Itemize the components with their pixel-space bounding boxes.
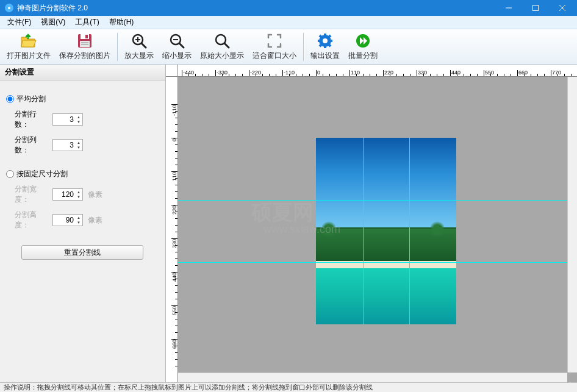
width-down[interactable]: ▼ — [76, 194, 81, 199]
ruler-tick: -440 — [182, 70, 182, 76]
ruler-tick: 660 — [171, 339, 177, 340]
ruler-tick: 770 — [551, 70, 551, 76]
ruler-tick: 220 — [383, 70, 384, 76]
zoom-out-label: 缩小显示 — [162, 51, 192, 61]
menu-help[interactable]: 帮助(H) — [104, 15, 139, 29]
maximize-button[interactable] — [522, 0, 549, 16]
rows-spinner[interactable]: ▲▼ — [52, 113, 83, 126]
cols-label: 分割列数： — [15, 135, 48, 155]
svg-point-20 — [323, 38, 328, 43]
fit-window-label: 适合窗口大小 — [253, 51, 296, 61]
svg-rect-1 — [533, 5, 539, 11]
svg-line-26 — [329, 45, 331, 46]
width-up[interactable]: ▲ — [76, 190, 81, 194]
minimize-button[interactable] — [495, 0, 522, 16]
ruler-tick: 440 — [171, 272, 177, 273]
rows-down[interactable]: ▼ — [76, 119, 81, 124]
ruler-vertical[interactable]: -1100110220330440550660 — [166, 77, 178, 382]
height-up[interactable]: ▲ — [76, 215, 81, 220]
ruler-tick: 330 — [171, 238, 177, 239]
height-down[interactable]: ▼ — [76, 220, 81, 225]
rows-up[interactable]: ▲ — [76, 115, 81, 119]
rows-row: 分割行数： ▲▼ — [15, 109, 158, 130]
height-unit: 像素 — [88, 215, 102, 226]
cols-spinner[interactable]: ▲▼ — [52, 139, 83, 151]
width-spinner[interactable]: ▲▼ — [52, 188, 83, 201]
ruler-tick: 550 — [484, 70, 484, 76]
fit-window-icon — [266, 32, 283, 49]
scrollbar-horizontal[interactable] — [178, 372, 567, 382]
image-sky — [316, 138, 456, 227]
ruler-tick: 330 — [417, 70, 417, 76]
cols-row: 分割列数： ▲▼ — [15, 135, 158, 155]
menu-view[interactable]: 视图(V) — [36, 15, 70, 29]
mode-fixed-radio[interactable]: 按固定尺寸分割 — [6, 169, 158, 179]
svg-rect-6 — [85, 35, 88, 38]
svg-line-28 — [320, 45, 321, 46]
mode-average-input[interactable] — [6, 95, 14, 103]
gear-icon — [317, 32, 334, 49]
ruler-tick: 220 — [171, 205, 177, 205]
svg-line-11 — [142, 43, 146, 48]
ruler-tick: -110 — [282, 70, 283, 76]
height-label: 分割高度： — [15, 210, 48, 230]
cols-down[interactable]: ▼ — [76, 145, 81, 150]
close-icon — [559, 5, 565, 11]
menu-file[interactable]: 文件(F) — [2, 15, 36, 29]
window-title: 神奇图片分割软件 2.0 — [17, 3, 495, 13]
reset-button[interactable]: 重置分割线 — [21, 245, 143, 260]
save-icon — [76, 32, 93, 49]
ruler-tick: 0 — [171, 138, 177, 138]
rows-input[interactable] — [53, 115, 76, 124]
actual-size-button[interactable]: 原始大小显示 — [196, 30, 248, 63]
open-file-button[interactable]: 打开图片文件 — [2, 30, 55, 63]
height-spinner[interactable]: ▲▼ — [52, 214, 83, 226]
zoom-in-button[interactable]: 放大显示 — [120, 30, 158, 63]
close-button[interactable] — [549, 0, 576, 16]
mode-fixed-input[interactable] — [6, 170, 14, 178]
batch-split-button[interactable]: 批量分割 — [344, 30, 382, 63]
statusbar-text: 操作说明：拖拽分割线可移动其位置；在标尺上拖拽鼠标到图片上可以添加分割线；将分割… — [4, 383, 373, 392]
toolbar-separator — [117, 33, 118, 61]
output-settings-label: 输出设置 — [310, 51, 340, 61]
cols-up[interactable]: ▲ — [76, 140, 81, 145]
titlebar: ● 神奇图片分割软件 2.0 — [0, 0, 577, 16]
batch-split-label: 批量分割 — [348, 51, 378, 61]
mode-average-label: 平均分割 — [16, 94, 46, 104]
width-input[interactable] — [53, 190, 76, 199]
ruler-corner — [166, 65, 178, 77]
image-preview[interactable] — [316, 138, 456, 324]
ruler-tick: -110 — [171, 104, 177, 105]
width-unit: 像素 — [88, 190, 102, 200]
toolbar: 打开图片文件 保存分割的图片 放大显示 缩小显示 原始大小显示 适合窗口大小 — [0, 29, 577, 65]
image-sea — [316, 268, 456, 324]
toolbar-separator — [303, 33, 304, 61]
mode-fixed-label: 按固定尺寸分割 — [16, 169, 68, 179]
image-trees — [316, 227, 456, 261]
cols-input[interactable] — [53, 141, 76, 149]
mode-average-radio[interactable]: 平均分割 — [6, 94, 158, 104]
save-button[interactable]: 保存分割的图片 — [55, 30, 115, 63]
svg-rect-7 — [80, 41, 90, 47]
scrollbar-vertical[interactable] — [567, 77, 577, 372]
ruler-tick: 440 — [450, 70, 451, 76]
ruler-tick: 110 — [349, 70, 350, 76]
zoom-in-icon — [131, 32, 148, 49]
watermark-text: 硕夏网 — [251, 199, 314, 227]
folder-open-icon — [20, 32, 37, 49]
ruler-horizontal[interactable]: -440-330-220-110011022033044055066077088… — [178, 65, 577, 77]
maximize-icon — [532, 5, 539, 11]
ruler-tick: -330 — [215, 70, 216, 76]
svg-line-15 — [179, 43, 184, 48]
zoom-in-label: 放大显示 — [124, 51, 154, 61]
fit-window-button[interactable]: 适合窗口大小 — [248, 30, 301, 63]
menubar: 文件(F) 视图(V) 工具(T) 帮助(H) — [0, 16, 577, 29]
minimize-icon — [506, 5, 512, 11]
output-settings-button[interactable]: 输出设置 — [306, 30, 344, 63]
sidebar-header: 分割设置 — [0, 65, 165, 80]
height-input[interactable] — [53, 216, 76, 224]
menu-tools[interactable]: 工具(T) — [70, 15, 104, 29]
ruler-tick: 550 — [171, 305, 177, 306]
zoom-out-button[interactable]: 缩小显示 — [158, 30, 196, 63]
canvas[interactable]: 硕夏网 www.sxiaw.com — [178, 77, 577, 382]
